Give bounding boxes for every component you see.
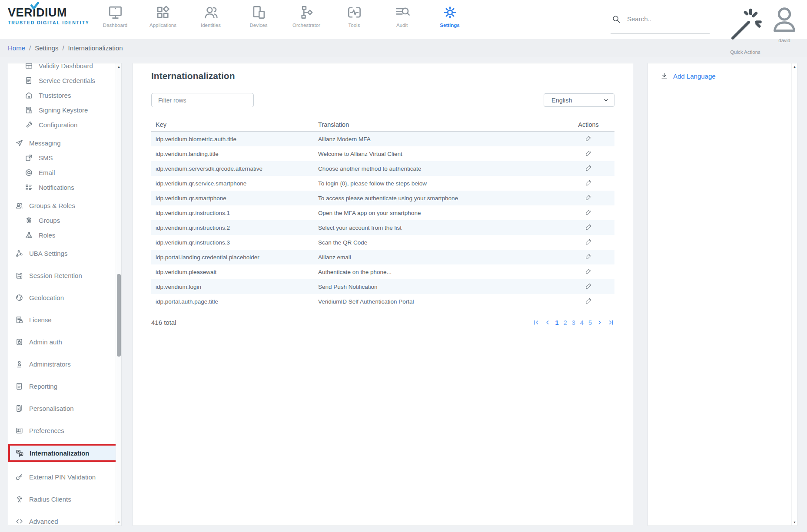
sidebar-item-messaging[interactable]: Messaging — [8, 135, 121, 150]
nav-item-dashboard[interactable]: Dashboard — [91, 4, 139, 28]
sidebar-item-label: Personalisation — [29, 405, 74, 412]
edit-pencil-icon[interactable] — [585, 135, 592, 142]
scroll-up-icon[interactable]: ▲ — [116, 65, 122, 68]
sidebar-item-groups-roles[interactable]: Groups & Roles — [8, 198, 121, 213]
sidebar-item-preferences[interactable]: Preferences — [8, 423, 121, 438]
sidebar-item-radius-clients[interactable]: Radius Clients — [8, 492, 121, 506]
row-key: idp.veridium.qr.instructions.3 — [151, 239, 318, 246]
pagination-page-3[interactable]: 3 — [572, 319, 575, 326]
sidebar-item-admin-auth[interactable]: Admin auth — [8, 334, 121, 349]
pagination-prev-icon[interactable] — [544, 319, 551, 326]
table-row: idp.portal.landing.credential.placeholde… — [151, 250, 614, 264]
add-language-button[interactable]: Add Language — [660, 72, 797, 80]
nav-item-label: Devices — [235, 23, 282, 28]
sidebar-item-truststores[interactable]: Truststores — [8, 88, 121, 102]
chevron-down-icon — [603, 97, 609, 103]
edit-pencil-icon[interactable] — [585, 253, 592, 260]
row-key: idp.veridium.qr.instructions.1 — [151, 210, 318, 216]
nav-item-settings[interactable]: Settings — [426, 4, 474, 28]
edit-pencil-icon[interactable] — [585, 297, 592, 304]
language-select-value: English — [551, 97, 572, 104]
user-menu[interactable]: david — [769, 4, 800, 43]
language-select[interactable]: English — [544, 93, 614, 107]
row-key: idp.veridium.serversdk.qrcode.alternativ… — [151, 165, 318, 172]
edit-pencil-icon[interactable] — [585, 179, 592, 186]
edit-pencil-icon[interactable] — [585, 282, 592, 290]
globe-icon — [15, 294, 23, 302]
sidebar-item-advanced[interactable]: Advanced — [8, 514, 121, 526]
nav-item-orchestrator[interactable]: Orchestrator — [282, 4, 330, 28]
internationalization-panel: Internationalization English Key Transla… — [133, 63, 633, 526]
scroll-up-icon[interactable]: ▲ — [792, 65, 797, 68]
breadcrumb-item-settings[interactable]: Settings — [35, 44, 58, 52]
nav-item-devices[interactable]: Devices — [235, 4, 282, 28]
row-key: idp.veridium.landing.title — [151, 151, 318, 157]
scroll-down-icon[interactable]: ▼ — [116, 521, 122, 524]
group-circle-icon — [25, 216, 33, 225]
doc-lines-icon — [15, 382, 23, 390]
right-panel-scrollbar: ▲ ▼ — [791, 63, 797, 525]
edit-pencil-icon[interactable] — [585, 223, 592, 231]
nav-item-audit[interactable]: Audit — [378, 4, 426, 28]
pagination-page-5[interactable]: 5 — [588, 319, 592, 326]
translations-table: Key Translation Actions idp.veridium.bio… — [151, 118, 614, 309]
breadcrumb-item-home[interactable]: Home — [8, 44, 25, 52]
user-avatar-icon — [769, 4, 800, 35]
nav-item-tools[interactable]: Tools — [330, 4, 378, 28]
column-header-translation: Translation — [318, 121, 562, 128]
row-key: idp.veridium.qr.smartphone — [151, 195, 318, 202]
nav-item-identities[interactable]: Identities — [187, 4, 235, 28]
pagination-page-4[interactable]: 4 — [580, 319, 584, 326]
doc-lock-icon — [15, 316, 23, 324]
pagination-first-icon[interactable] — [533, 319, 539, 326]
pagination-last-icon[interactable] — [608, 319, 614, 326]
scrollbar-thumb[interactable] — [117, 274, 121, 357]
pagination-page-1[interactable]: 1 — [555, 319, 559, 326]
sidebar-item-administrators[interactable]: Administrators — [8, 357, 121, 371]
sidebar-item-roles[interactable]: Roles — [8, 228, 121, 242]
edit-pencil-icon[interactable] — [585, 208, 592, 216]
sliders-icon — [15, 426, 23, 435]
row-key: idp.veridium.qr.instructions.2 — [151, 225, 318, 231]
veridium-logo[interactable]: VERIDIUM TRUSTED DIGITAL IDENTITY — [8, 7, 83, 25]
sidebar-item-external-pin-validation[interactable]: External PIN Validation — [8, 469, 121, 484]
edit-pencil-icon[interactable] — [585, 149, 592, 157]
nav-item-label: Dashboard — [91, 23, 139, 28]
sidebar-item-email[interactable]: Email — [8, 165, 121, 180]
sidebar-item-license[interactable]: License — [8, 312, 121, 327]
sidebar-item-configuration[interactable]: Configuration — [8, 117, 121, 132]
sidebar-item-uba-settings[interactable]: UBA Settings — [8, 246, 121, 261]
page-body: Validity Dashboard Service Credentials T… — [0, 57, 807, 532]
sidebar-item-signing-keystore[interactable]: Signing Keystore — [8, 102, 121, 117]
sidebar-item-reporting[interactable]: Reporting — [8, 379, 121, 393]
page-title: Internationalization — [151, 71, 614, 81]
search-input[interactable] — [626, 15, 696, 23]
sidebar-item-service-credentials[interactable]: Service Credentials — [8, 73, 121, 88]
column-header-actions: Actions — [562, 121, 614, 128]
pagination-page-2[interactable]: 2 — [564, 319, 567, 326]
sidebar-item-sms[interactable]: SMS — [8, 150, 121, 165]
sidebar-item-notifications[interactable]: Notifications — [8, 180, 121, 195]
quick-actions-button[interactable]: Quick Actions — [725, 6, 765, 55]
settings-sidebar: Validity Dashboard Service Credentials T… — [8, 63, 122, 526]
sidebar-item-internationalization[interactable]: Internationalization — [8, 444, 121, 462]
row-translation: Allianz email — [318, 254, 562, 261]
edit-pencil-icon[interactable] — [585, 238, 592, 245]
sidebar-item-validity-dashboard[interactable]: Validity Dashboard — [8, 63, 121, 73]
wrench-icon — [25, 121, 33, 129]
sidebar-item-personalisation[interactable]: Personalisation — [8, 401, 121, 416]
sms-icon — [25, 154, 33, 162]
scroll-down-icon[interactable]: ▼ — [792, 521, 797, 524]
pagination-next-icon[interactable] — [597, 319, 603, 326]
edit-pencil-icon[interactable] — [585, 164, 592, 172]
nav-item-applications[interactable]: Applications — [139, 4, 187, 28]
edit-pencil-icon[interactable] — [585, 194, 592, 201]
edit-pencil-icon[interactable] — [585, 268, 592, 275]
breadcrumb-separator: / — [29, 44, 31, 52]
user-name-label: david — [769, 38, 800, 43]
sidebar-item-groups[interactable]: Groups — [8, 213, 121, 228]
sidebar-item-geolocation[interactable]: Geolocation — [8, 290, 121, 305]
sidebar-item-session-retention[interactable]: Session Retention — [8, 268, 121, 283]
filter-rows-input[interactable] — [151, 93, 254, 107]
add-language-label: Add Language — [673, 73, 716, 80]
